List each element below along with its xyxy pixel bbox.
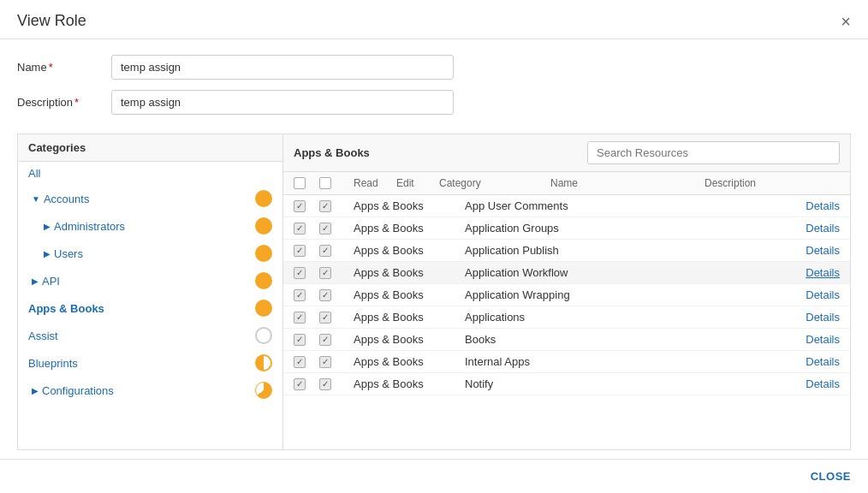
- cell-category-9: Apps & Books: [354, 377, 465, 390]
- footer-close-button[interactable]: CLOSE: [811, 470, 851, 483]
- sidebar-item-administrators[interactable]: ▶ Administrators: [18, 212, 282, 240]
- col-header-edit: Edit: [396, 177, 439, 189]
- table-row: ✓ ✓ Apps & Books Applications Details: [283, 306, 850, 329]
- name-input[interactable]: [111, 55, 454, 80]
- edit-check-2[interactable]: ✓: [319, 223, 354, 235]
- read-check-5[interactable]: ✓: [294, 289, 319, 301]
- categories-scroll-wrapper: All ▼ Accounts: [18, 162, 282, 449]
- col-header-description: Description: [705, 177, 840, 189]
- details-link-8: Details: [806, 355, 840, 368]
- resources-table: Read Edit Category Name Description ✓: [283, 172, 850, 449]
- right-panel-title: Apps & Books: [294, 146, 370, 159]
- cat-label-accounts: Accounts: [44, 193, 89, 205]
- modal-view-role: View Role × Name* Description* Categorie…: [0, 0, 868, 493]
- description-label: Description*: [17, 96, 111, 109]
- cell-category-6: Apps & Books: [354, 311, 465, 324]
- cell-details-2[interactable]: Details: [619, 222, 840, 235]
- cat-label-blueprints: Blueprints: [28, 357, 78, 370]
- edit-check-3[interactable]: ✓: [319, 245, 354, 257]
- cell-category-1: Apps & Books: [354, 199, 465, 212]
- cat-label-assist: Assist: [28, 330, 58, 342]
- sidebar-item-all[interactable]: All: [18, 162, 282, 185]
- header-edit-checkbox[interactable]: [319, 177, 331, 189]
- cat-indicator-configurations: [255, 382, 272, 399]
- right-panel: Apps & Books Read Edit Category: [283, 134, 850, 449]
- cell-category-4: Apps & Books: [354, 266, 465, 279]
- table-header: Read Edit Category Name Description: [283, 172, 850, 195]
- header-read-checkbox[interactable]: [294, 177, 306, 189]
- details-link-6: Details: [806, 311, 840, 324]
- read-check-1[interactable]: ✓: [294, 200, 319, 212]
- edit-check-7[interactable]: ✓: [319, 334, 354, 346]
- cell-name-3: Application Publish: [465, 244, 619, 257]
- modal-body: Name* Description* Categories All: [0, 39, 868, 459]
- sidebar-item-accounts[interactable]: ▼ Accounts: [18, 185, 282, 212]
- table-row: ✓ ✓ Apps & Books Internal Apps Details: [283, 351, 850, 373]
- cell-category-5: Apps & Books: [354, 288, 465, 301]
- sidebar-item-assist[interactable]: Assist: [18, 322, 282, 349]
- cat-label-users: Users: [54, 247, 83, 260]
- read-check-7[interactable]: ✓: [294, 334, 319, 346]
- table-row: ✓ ✓ Apps & Books Application Workflow De…: [283, 262, 850, 284]
- edit-check-5[interactable]: ✓: [319, 289, 354, 301]
- sidebar-item-blueprints[interactable]: Blueprints: [18, 349, 282, 377]
- cell-name-1: App User Comments: [465, 199, 619, 212]
- read-check-2[interactable]: ✓: [294, 223, 319, 235]
- read-check-6[interactable]: ✓: [294, 312, 319, 324]
- sidebar-item-apps-books[interactable]: Apps & Books: [18, 294, 282, 322]
- cell-details-6[interactable]: Details: [619, 311, 840, 324]
- read-check-3[interactable]: ✓: [294, 245, 319, 257]
- cell-category-2: Apps & Books: [354, 222, 465, 235]
- table-row: ✓ ✓ Apps & Books Application Publish Det…: [283, 240, 850, 262]
- sidebar-item-users[interactable]: ▶ Users: [18, 240, 282, 267]
- cell-details-4[interactable]: Details: [619, 266, 840, 279]
- edit-check-4[interactable]: ✓: [319, 267, 354, 279]
- edit-check-9[interactable]: ✓: [319, 378, 354, 390]
- table-row: ✓ ✓ Apps & Books App User Comments Detai…: [283, 195, 850, 217]
- chevron-users-icon: ▶: [44, 249, 51, 258]
- left-panel: Categories All ▼ Accounts: [18, 134, 283, 449]
- table-row: ✓ ✓ Apps & Books Application Wrapping De…: [283, 284, 850, 306]
- cell-details-5[interactable]: Details: [619, 288, 840, 301]
- details-link-4: Details: [806, 266, 840, 279]
- modal-title: View Role: [17, 12, 86, 30]
- cell-details-7[interactable]: Details: [619, 333, 840, 346]
- cat-indicator-api: [255, 272, 272, 289]
- search-resources-input[interactable]: [587, 141, 840, 164]
- edit-check-1[interactable]: ✓: [319, 200, 354, 212]
- sidebar-item-configurations[interactable]: ▶ Configurations: [18, 377, 282, 404]
- modal-footer: CLOSE: [0, 459, 868, 493]
- content-area: Categories All ▼ Accounts: [17, 134, 851, 450]
- cell-category-7: Apps & Books: [354, 333, 465, 346]
- edit-check-8[interactable]: ✓: [319, 356, 354, 368]
- table-row: ✓ ✓ Apps & Books Books Details: [283, 329, 850, 351]
- chevron-configurations-icon: ▶: [32, 386, 39, 395]
- th-read-label: [319, 177, 354, 189]
- details-link-2: Details: [806, 222, 840, 235]
- col-header-category: Category: [439, 177, 550, 189]
- categories-list: All ▼ Accounts: [18, 162, 282, 449]
- right-panel-header: Apps & Books: [283, 134, 850, 172]
- read-check-9[interactable]: ✓: [294, 378, 319, 390]
- cell-details-9[interactable]: Details: [619, 377, 840, 390]
- edit-check-6[interactable]: ✓: [319, 312, 354, 324]
- cell-details-3[interactable]: Details: [619, 244, 840, 257]
- modal-header: View Role ×: [0, 0, 868, 39]
- cell-name-8: Internal Apps: [465, 355, 619, 368]
- table-row: ✓ ✓ Apps & Books Application Groups Deta…: [283, 217, 850, 240]
- cat-label-all: All: [28, 167, 40, 180]
- th-read: [294, 177, 319, 189]
- read-check-4[interactable]: ✓: [294, 267, 319, 279]
- chevron-api-icon: ▶: [32, 276, 39, 286]
- details-link-9: Details: [806, 377, 840, 390]
- description-input[interactable]: [111, 90, 454, 115]
- cell-category-8: Apps & Books: [354, 355, 465, 368]
- details-link-3: Details: [806, 244, 840, 257]
- modal-close-button[interactable]: ×: [841, 13, 851, 30]
- cell-details-1[interactable]: Details: [619, 199, 840, 212]
- sidebar-item-api[interactable]: ▶ API: [18, 267, 282, 294]
- cat-indicator-assist: [255, 327, 272, 344]
- read-check-8[interactable]: ✓: [294, 356, 319, 368]
- cell-details-8[interactable]: Details: [619, 355, 840, 368]
- cat-label-api: API: [42, 275, 60, 288]
